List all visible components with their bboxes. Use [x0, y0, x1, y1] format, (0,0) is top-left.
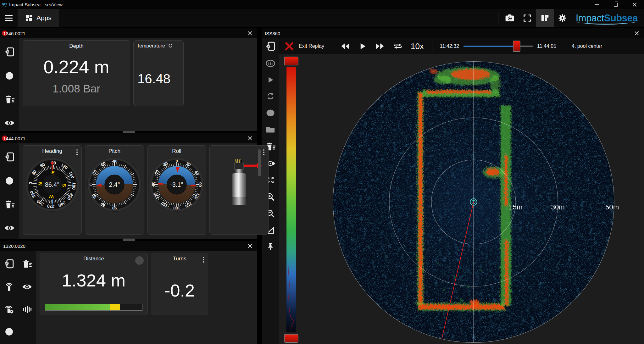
distance-value: 1.324 m [40, 270, 147, 291]
replay-toolbar: Exit Replay 10x 11:42:32 [279, 38, 644, 54]
record-icon[interactable] [5, 176, 14, 186]
visibility-icon[interactable] [22, 282, 32, 291]
replay-timeline-slider[interactable] [464, 40, 533, 52]
palette-histogram [286, 263, 296, 332]
close-icon [635, 31, 639, 36]
status-led [135, 256, 144, 265]
loop-button[interactable] [392, 41, 403, 51]
heading-gauge: 0306090120150180210240270300330 NESW 86.… [25, 157, 80, 212]
play-scan-icon[interactable] [266, 75, 275, 84]
apps-grid-icon [25, 14, 33, 22]
delete-log-icon[interactable] [4, 94, 15, 104]
pitch-card: Pitch [85, 145, 144, 235]
svg-text:90: 90 [198, 182, 203, 187]
palette-min-handle[interactable] [284, 334, 298, 343]
depth-card: Depth 0.224 m 1.008 Bar [23, 40, 130, 106]
heading-card: Heading 0306090120150180210240270300330 … [23, 145, 82, 235]
waveform-icon[interactable] [22, 304, 32, 314]
panel-1346: 1346.0021 Depth 0.224 m 1.008 B [0, 28, 257, 131]
panel-1444-header: 1444.0071 [0, 133, 257, 143]
iss360-header: ISS360 [262, 28, 644, 38]
replay-start-time: 11:42:32 [440, 43, 459, 49]
svg-text:-90: -90 [151, 182, 156, 188]
toolbar-divider [564, 41, 564, 52]
close-panel-button[interactable] [246, 29, 254, 37]
delete-log-icon[interactable] [21, 259, 33, 269]
pitch-gauge: -90-60-300306090 2.4° [87, 157, 142, 212]
beacon-icon[interactable] [4, 282, 14, 292]
device-settings-icon[interactable] [4, 152, 15, 162]
palette-colorbar [283, 57, 300, 343]
panel-title: ISS360 [265, 31, 280, 36]
pin-marker-icon[interactable] [266, 242, 275, 251]
apps-button[interactable]: Apps [18, 9, 59, 27]
close-panel-button[interactable] [246, 134, 254, 142]
replay-end-time: 11:44:05 [537, 43, 556, 49]
panel-1346-sidebar [0, 38, 19, 131]
layout-button[interactable] [536, 9, 554, 27]
heading-title: Heading [23, 146, 81, 154]
red-x-icon [284, 41, 294, 51]
svg-text:180: 180 [173, 206, 180, 210]
record-icon[interactable] [4, 327, 14, 336]
panel-1444-sidebar [0, 143, 19, 239]
svg-text:180: 180 [71, 182, 76, 190]
close-icon [632, 3, 637, 7]
toolbar-divider [332, 41, 332, 52]
close-window-button[interactable] [625, 0, 644, 9]
panel-1346-header: 1346.0021 [0, 28, 257, 38]
continuous-scan-icon[interactable] [266, 92, 275, 101]
open-file-icon[interactable] [265, 125, 275, 134]
playback-speed[interactable]: 10x [411, 42, 424, 51]
menu-button[interactable] [0, 9, 18, 27]
rewind-button[interactable] [340, 42, 350, 51]
range-label-50m: 50m [605, 203, 619, 211]
panel-title: 1444.0071 [3, 136, 25, 141]
device-settings-icon[interactable] [4, 47, 15, 57]
roll-title: Roll [147, 146, 206, 154]
slider-progress [464, 46, 517, 47]
sonar-view-icon[interactable] [265, 58, 276, 68]
hamburger-icon [5, 15, 13, 21]
panel-1320-sidebar [0, 251, 36, 344]
depth-value: 0.224 m [23, 56, 130, 77]
card-menu-button[interactable] [76, 149, 78, 155]
app-toolbar: Apps ImpactSubsea [0, 9, 644, 27]
card-menu-button[interactable] [263, 149, 264, 155]
panel-1444: 1444.0071 Heading [0, 133, 257, 239]
distance-title: Distance [40, 253, 147, 262]
visibility-icon[interactable] [4, 223, 15, 233]
beacon-settings-icon[interactable] [4, 304, 14, 314]
card-menu-button[interactable] [203, 257, 204, 263]
restore-icon [614, 3, 618, 7]
play-button[interactable] [358, 42, 367, 51]
screenshot-button[interactable] [501, 9, 519, 27]
settings-button[interactable] [554, 9, 571, 27]
column-resize-grip[interactable] [258, 149, 261, 176]
device-settings-icon[interactable] [4, 258, 14, 269]
device-settings-icon[interactable] [265, 41, 276, 52]
panel-1320: 1320.0020 Distance [0, 241, 257, 344]
fullscreen-button[interactable] [519, 9, 536, 27]
slider-handle[interactable] [513, 41, 520, 52]
close-icon [248, 244, 252, 248]
palette-gradient[interactable] [286, 67, 296, 332]
sector-icon[interactable] [266, 108, 275, 118]
minimize-button[interactable] [587, 0, 606, 9]
close-panel-button[interactable] [246, 242, 254, 250]
roll-value: -3.1° [170, 181, 183, 188]
record-icon[interactable] [5, 71, 14, 80]
exit-replay-button[interactable]: Exit Replay [279, 38, 329, 54]
signal-bar-yellow [110, 304, 120, 310]
depth-title: Depth [23, 41, 130, 49]
roll-card: Roll [147, 145, 206, 235]
restore-button[interactable] [606, 0, 625, 9]
palette-max-handle[interactable] [284, 57, 298, 65]
visibility-icon[interactable] [4, 118, 15, 128]
pitch-title: Pitch [85, 146, 144, 154]
close-panel-button[interactable] [633, 29, 641, 37]
impactsubsea-logo: ImpactSubsea [576, 13, 638, 23]
sonar-plot[interactable]: 15m 30m 50m [303, 54, 644, 344]
delete-log-icon[interactable] [4, 199, 15, 209]
fast-forward-button[interactable] [375, 42, 385, 51]
